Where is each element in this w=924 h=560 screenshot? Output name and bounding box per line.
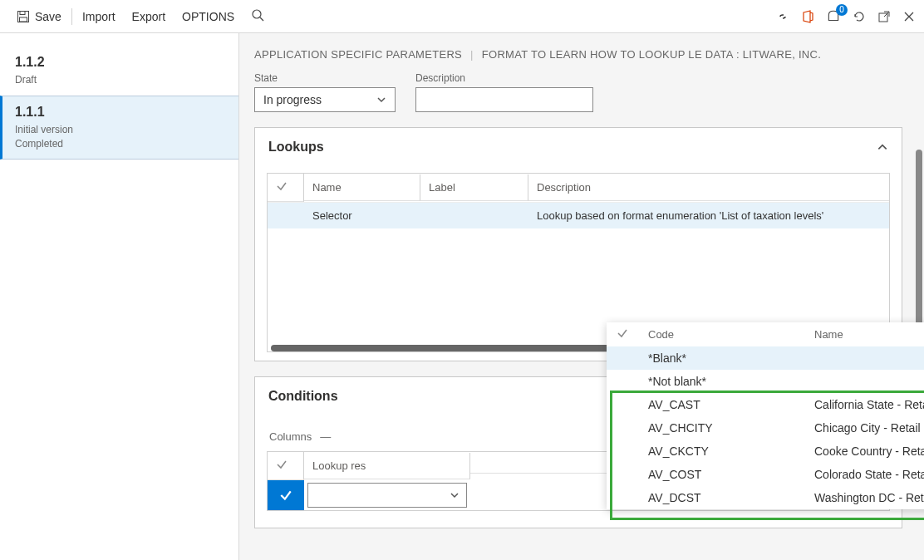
row-desc: Lookup based on format enumeration 'List… — [528, 203, 889, 228]
row-label — [420, 209, 528, 223]
version-status: Draft — [15, 73, 224, 87]
svg-rect-2 — [20, 17, 27, 22]
conditions-title: Conditions — [268, 389, 338, 404]
popup-row-notblank[interactable]: *Not blank* — [607, 370, 924, 393]
search-button[interactable] — [243, 8, 273, 24]
chevron-up-icon — [877, 141, 888, 153]
form-row: State In progress Description — [254, 72, 902, 112]
popup-col-name[interactable]: Name — [814, 328, 924, 341]
sidebar-item-111[interactable]: 1.1.1 Initial version Completed — [0, 96, 238, 160]
description-field: Description — [415, 72, 593, 112]
chevron-down-icon — [450, 490, 460, 500]
lookup-result-dropdown[interactable] — [307, 483, 467, 508]
popup-row[interactable]: AV_CASTCalifornia State - Retail Prod — [607, 393, 924, 416]
columns-dash: — — [320, 430, 331, 443]
svg-point-3 — [253, 10, 261, 18]
breadcrumb-part2: FORMAT TO LEARN HOW TO LOOKUP LE DATA : … — [482, 48, 821, 61]
toolbar-left: Save Import Export OPTIONS — [8, 8, 273, 25]
export-button[interactable]: Export — [124, 10, 174, 23]
lookups-header[interactable]: Lookups — [255, 128, 902, 166]
state-field: State In progress — [254, 72, 396, 112]
selectall-col[interactable] — [268, 452, 304, 480]
office-icon[interactable] — [801, 10, 814, 23]
grid-header: Name Label Description — [268, 174, 889, 202]
version-status: Initial version Completed — [15, 123, 224, 151]
sidebar-item-112[interactable]: 1.1.2 Draft — [0, 47, 238, 96]
popup-row[interactable]: AV_DCSTWashington DC - Retail Prod — [607, 486, 924, 509]
popup-row[interactable]: AV_COSTColorado State - Retail Prod — [607, 463, 924, 486]
save-icon — [17, 10, 30, 23]
row-check[interactable] — [268, 480, 304, 510]
grid-row-selector[interactable]: Selector Lookup based on format enumerat… — [268, 202, 889, 228]
search-icon — [251, 8, 264, 24]
col-label[interactable]: Label — [420, 174, 528, 201]
state-value: In progress — [263, 93, 322, 106]
separator — [71, 8, 72, 25]
svg-line-4 — [260, 17, 263, 21]
version-label: 1.1.2 — [15, 55, 224, 70]
popup-row[interactable]: AV_CHCITYChicago City - Retail Prod — [607, 416, 924, 440]
breadcrumb: APPLICATION SPECIFIC PARAMETERS | FORMAT… — [254, 48, 902, 61]
version-sidebar: 1.1.2 Draft 1.1.1 Initial version Comple… — [0, 33, 239, 560]
badge-count: 0 — [836, 4, 848, 16]
version-label: 1.1.1 — [15, 105, 224, 120]
state-label: State — [254, 72, 396, 84]
popup-row[interactable]: AV_CKCTYCooke Country - Retail Prod — [607, 440, 924, 463]
chevron-down-icon — [376, 95, 386, 105]
popup-header: Code Name — [607, 322, 924, 346]
col-name[interactable]: Name — [304, 174, 420, 201]
description-input[interactable] — [415, 87, 593, 112]
state-select[interactable]: In progress — [254, 87, 396, 112]
svg-rect-1 — [20, 11, 25, 14]
row-check[interactable] — [268, 209, 304, 223]
save-button[interactable]: Save — [8, 10, 70, 23]
col-desc[interactable]: Description — [528, 174, 889, 201]
row-name: Selector — [304, 203, 420, 228]
selectall-col[interactable] — [268, 174, 304, 202]
save-label: Save — [35, 10, 61, 23]
top-toolbar: Save Import Export OPTIONS 0 — [0, 0, 924, 33]
toolbar-right: 0 — [776, 9, 916, 24]
link-icon[interactable] — [776, 10, 789, 23]
popup-col-code[interactable]: Code — [648, 328, 814, 341]
import-button[interactable]: Import — [74, 10, 124, 23]
code-dropdown-popup: Code Name *Blank* *Not blank* AV_CASTCal… — [607, 322, 924, 509]
col-lookup-result[interactable]: Lookup res — [304, 453, 470, 479]
breadcrumb-separator: | — [470, 48, 474, 61]
refresh-icon[interactable] — [853, 10, 866, 23]
popup-col-check[interactable] — [617, 327, 648, 341]
main-area: APPLICATION SPECIFIC PARAMETERS | FORMAT… — [239, 33, 924, 560]
popout-icon[interactable] — [877, 10, 891, 23]
breadcrumb-part1: APPLICATION SPECIFIC PARAMETERS — [254, 48, 462, 61]
columns-label: Columns — [269, 430, 312, 443]
content: 1.1.2 Draft 1.1.1 Initial version Comple… — [0, 33, 924, 560]
close-icon[interactable] — [902, 10, 916, 23]
desc-label: Description — [415, 72, 593, 84]
notifications-button[interactable]: 0 — [826, 9, 841, 24]
options-button[interactable]: OPTIONS — [174, 10, 243, 23]
lookups-title: Lookups — [268, 140, 324, 155]
popup-row-blank[interactable]: *Blank* — [607, 346, 924, 370]
